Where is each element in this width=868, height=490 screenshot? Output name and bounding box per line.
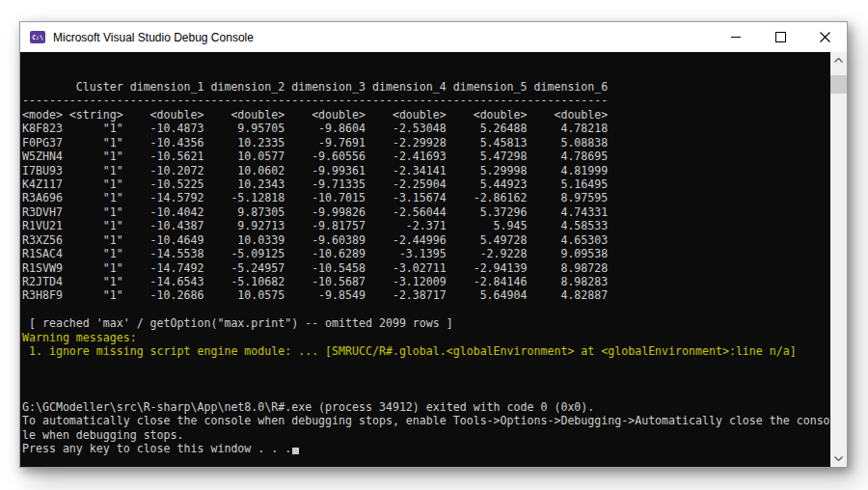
- console-line: [22, 52, 830, 66]
- console-line: W5ZHN4 "1" -10.5621 10.0577 -9.60556 -2.…: [22, 150, 830, 163]
- console-line: le when debugging stops.: [22, 428, 830, 442]
- console-line: R2JTD4 "1" -14.6543 -5.10682 -10.5687 -3…: [22, 275, 830, 288]
- console-line: [22, 66, 830, 79]
- console-line: [22, 303, 830, 316]
- titlebar[interactable]: C:\ Microsoft Visual Studio Debug Consol…: [20, 22, 847, 52]
- vertical-scrollbar[interactable]: [830, 52, 847, 467]
- close-icon: [820, 32, 830, 42]
- console-line: 1. ignore missing script engine module: …: [22, 344, 830, 358]
- console-line: ----------------------------------------…: [22, 94, 830, 107]
- console-line: F0PG37 "1" -10.4356 10.2335 -9.7691 -2.2…: [22, 136, 830, 150]
- console-line: R3XZ56 "1" -10.4649 10.0339 -9.60389 -2.…: [22, 233, 830, 247]
- console-line: K4Z117 "1" -10.5225 10.2343 -9.71335 -2.…: [22, 177, 830, 191]
- console-line: R3H8F9 "1" -10.2686 10.0575 -9.8549 -2.3…: [22, 288, 830, 302]
- minimize-icon: [731, 37, 741, 38]
- console-line: R1SAC4 "1" -14.5538 -5.09125 -10.6289 -3…: [22, 247, 830, 260]
- console-line: K8F823 "1" -10.4873 9.95705 -9.8604 -2.5…: [22, 122, 830, 135]
- console-line: R3DVH7 "1" -10.4042 9.87305 -9.99826 -2.…: [22, 205, 830, 219]
- console-area[interactable]: Cluster dimension_1 dimension_2 dimensio…: [20, 52, 847, 467]
- console-output: Cluster dimension_1 dimension_2 dimensio…: [20, 52, 830, 467]
- console-line: To automatically close the console when …: [22, 414, 830, 427]
- console-line: R3A696 "1" -14.5792 -5.12818 -10.7015 -3…: [22, 191, 830, 204]
- maximize-button[interactable]: [758, 22, 802, 52]
- console-line: [ reached 'max' / getOption("max.print")…: [22, 316, 830, 330]
- console-line: R1SVW9 "1" -14.7492 -5.24957 -10.5458 -3…: [22, 261, 830, 275]
- text-cursor: [292, 448, 299, 454]
- window-title: Microsoft Visual Studio Debug Console: [53, 31, 254, 44]
- chevron-up-icon: [834, 58, 843, 63]
- debug-console-window: C:\ Microsoft Visual Studio Debug Consol…: [19, 21, 848, 468]
- chevron-down-icon: [834, 456, 843, 461]
- console-line: Press any key to close this window . . .: [22, 442, 830, 455]
- scrollbar-thumb[interactable]: [830, 75, 847, 94]
- console-line: Warning messages:: [22, 331, 830, 344]
- console-line: [22, 359, 830, 372]
- console-app-icon-label: C:\: [32, 34, 43, 41]
- console-line: I7BU93 "1" -10.2072 10.0602 -9.99361 -2.…: [22, 164, 830, 177]
- console-line: [22, 387, 830, 400]
- window-controls: [714, 22, 847, 52]
- close-button[interactable]: [802, 22, 847, 52]
- console-line: [22, 372, 830, 386]
- minimize-button[interactable]: [714, 22, 758, 52]
- console-line: <mode> <string> <double> <double> <doubl…: [22, 108, 830, 122]
- scroll-up-button[interactable]: [830, 52, 847, 68]
- console-app-icon: C:\: [30, 31, 45, 43]
- console-line: R1VU21 "1" -10.4387 9.92713 -9.81757 -2.…: [22, 219, 830, 232]
- scroll-down-button[interactable]: [830, 450, 847, 467]
- maximize-icon: [775, 32, 786, 42]
- console-line: Cluster dimension_1 dimension_2 dimensio…: [22, 80, 830, 94]
- console-line: G:\GCModeller\src\R-sharp\App\net8.0\R#.…: [22, 400, 830, 414]
